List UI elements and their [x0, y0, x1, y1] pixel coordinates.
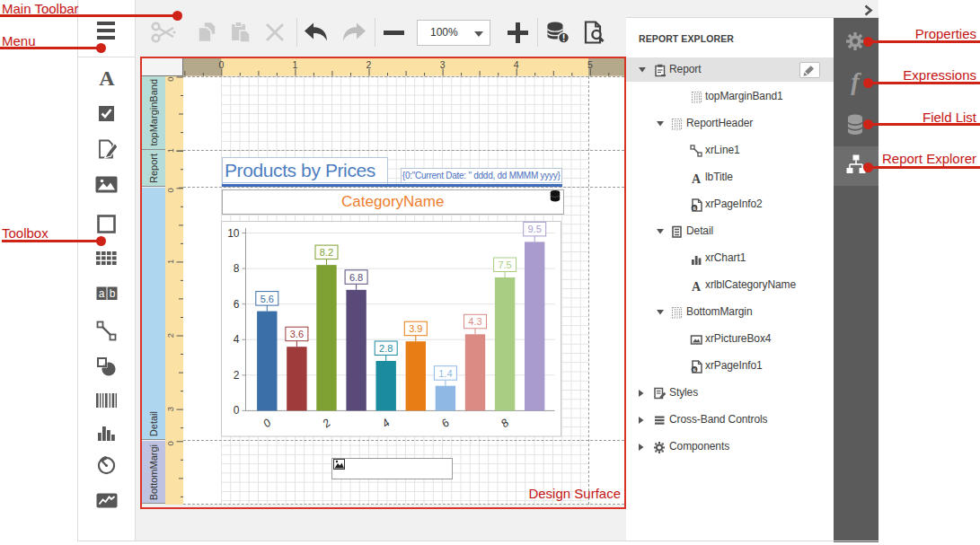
svg-text:A: A — [692, 279, 702, 293]
svg-text:a: a — [99, 286, 105, 299]
svg-text:b: b — [110, 286, 116, 299]
svg-text:!: ! — [562, 32, 566, 43]
svg-text:A: A — [692, 171, 702, 185]
